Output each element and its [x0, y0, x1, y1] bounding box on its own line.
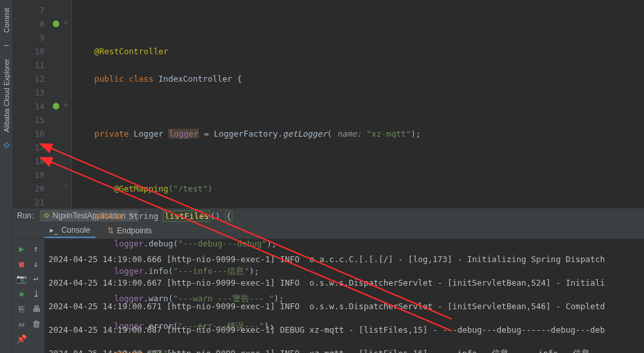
brace: { [225, 210, 233, 222]
pin-icon[interactable]: 📌 [15, 332, 28, 345]
line-numbers: 789101112131415161718192021 [29, 0, 50, 208]
debug-icon[interactable]: ✱ [15, 287, 28, 300]
console-icon: ▸_ [50, 226, 58, 235]
log-line: 2024-04-25 14:19:00.687 [http-nio-9099-e… [48, 348, 640, 353]
left-tool-rail: Commit ─ Alibaba Cloud Explorer [0, 0, 13, 353]
cloud-icon [1, 140, 12, 150]
code-text: () [210, 211, 225, 221]
console-output[interactable]: 2024-04-25 14:19:00.666 [http-nio-9099-e… [45, 239, 644, 353]
annotation: @GetMapping [114, 184, 168, 193]
cloud-explorer-tool-button[interactable]: Alibaba Cloud Explorer [3, 59, 10, 133]
exit-icon[interactable]: ⎘ [15, 302, 28, 315]
gutter-marks: ⬤ ⬤ [50, 0, 63, 208]
log-line: 2024-04-25 14:19:00.666 [http-nio-9099-e… [48, 254, 640, 265]
code-text: ); [411, 129, 421, 139]
main-area: 789101112131415161718192021 ⬤ ⬤ ⊟ ⊟ └ @R… [13, 0, 644, 353]
static-call: getLogger [283, 129, 327, 139]
method-decl: listFiles [163, 210, 210, 222]
code-text: = LoggerFactory. [199, 129, 283, 139]
console-toolbar: ▶ ■ 📷 ✱ ⎘ ▭ 📌 ↑ ↓ ↩ ⤓ 🖶 🗑 [13, 239, 45, 353]
code-content[interactable]: @RestController public class IndexContro… [72, 0, 644, 208]
log-line: 2024-04-25 14:19:00.687 [http-nio-9099-e… [48, 324, 640, 336]
paren: ( [327, 129, 337, 139]
type: Logger [129, 129, 168, 139]
console-panel: ▶ ■ 📷 ✱ ⎘ ▭ 📌 ↑ ↓ ↩ ⤓ 🖶 🗑 [13, 239, 644, 353]
clear-icon[interactable]: 🗑 [29, 317, 43, 330]
run-line-icon[interactable]: ⬤ [51, 101, 60, 110]
fold-toggle-icon[interactable]: ⊟ [64, 20, 71, 26]
string-lit: ("/test") [168, 184, 213, 193]
down-icon[interactable]: ↓ [29, 257, 43, 270]
run-label: Run: [17, 211, 33, 220]
param-hint: name: [337, 129, 362, 139]
log-line: 2024-04-25 14:19:00.667 [http-nio-9099-e… [48, 277, 640, 289]
up-icon[interactable]: ↑ [29, 242, 43, 255]
log-line: 2024-04-25 14:19:00.671 [http-nio-9099-e… [48, 301, 640, 312]
rerun-button[interactable]: ▶ [15, 242, 28, 255]
keyword: public [75, 211, 124, 221]
type: String [124, 211, 163, 221]
stop-button[interactable]: ■ [15, 257, 28, 270]
layout-icon[interactable]: ▭ [15, 317, 28, 330]
commit-tool-button[interactable]: Commit [3, 8, 10, 33]
scroll-end-icon[interactable]: ⤓ [29, 287, 43, 300]
code-editor[interactable]: 789101112131415161718192021 ⬤ ⬤ ⊟ ⊟ └ @R… [13, 0, 644, 208]
annotation: @RestController [94, 46, 168, 56]
run-line-icon[interactable]: ⬤ [51, 18, 60, 27]
spring-icon: ✿ [44, 212, 49, 219]
print-icon[interactable]: 🖶 [29, 302, 43, 315]
camera-icon[interactable]: 📷 [15, 272, 28, 285]
fold-end-icon[interactable]: └ [64, 184, 71, 191]
string-lit: "xz-mqtt" [362, 129, 411, 139]
wrap-icon[interactable]: ↩ [29, 272, 43, 285]
field-decl: logger [168, 129, 199, 139]
gutter-strip [13, 0, 29, 208]
fold-toggle-icon[interactable]: ⊟ [64, 102, 71, 109]
fold-column: ⊟ ⊟ └ [63, 0, 72, 208]
keyword: private [75, 129, 129, 139]
separator-icon: ─ [1, 41, 12, 51]
